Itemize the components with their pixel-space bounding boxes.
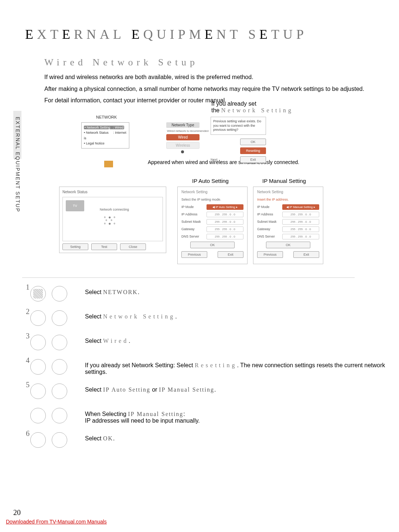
previous-setting-dialog: Previous setting value exists. Do you wa… [211, 117, 266, 165]
test-button[interactable]: Test [91, 243, 117, 250]
subnet-field[interactable]: 255 . 255 . 0 . 0 [207, 219, 243, 225]
highlight-block-icon [104, 161, 113, 167]
network-status-title: Network Status [62, 190, 163, 194]
setting-button[interactable]: Setting [62, 243, 88, 250]
intro-line-3: For detail information, contact your int… [44, 96, 375, 105]
tv-icon: TV [66, 200, 84, 211]
ok-button[interactable]: OK [240, 139, 266, 145]
network-panel-title: NETWORK [96, 115, 192, 119]
ip-manual-label: IP Manual Setting [262, 178, 306, 184]
page-number: 20 [13, 508, 21, 517]
section-title: Wired Network Setup [44, 57, 375, 68]
ip-address-field[interactable]: 255 . 255 . 0 . 0 [282, 212, 319, 217]
footer-source-link[interactable]: Downloaded From TV-Manual.com Manuals [6, 519, 107, 525]
step-1: 1 Select NETWORK. [26, 285, 399, 307]
ip-manual-panel: Network Setting Insert the IP address. I… [253, 187, 323, 264]
next-label: Next [211, 158, 218, 161]
exit-button[interactable]: Exit [293, 251, 319, 258]
step-4: 4 If you already set Network Setting: Se… [26, 358, 399, 380]
side-vertical-label: EXTERNAL EQUIPMENT SETUP [15, 117, 21, 212]
gateway-field[interactable]: 255 . 255 . 0 . 0 [282, 226, 319, 232]
already-set-note: If you already set the Network Setting [211, 100, 293, 114]
divider [22, 277, 355, 278]
steps-list: 1 Select NETWORK. 2 Select Network Setti… [26, 285, 399, 453]
previous-button[interactable]: Previous [257, 251, 283, 258]
step-3: 3 Select Wired. [26, 334, 399, 355]
resetting-button[interactable]: Resetting [240, 147, 266, 154]
step-5b: When Selecting IP Manual Setting:IP addr… [26, 407, 399, 429]
subnet-field[interactable]: 255 . 255 . 0 . 0 [282, 219, 319, 225]
ip-auto-label: IP Auto Setting [192, 178, 229, 184]
previous-setting-text: Previous setting value exists. Do you wa… [211, 117, 266, 135]
network-status-panel: Network Status TV Network connecting ∘ ●… [59, 187, 166, 253]
ip-mode-select[interactable]: ◀ IP Manual Setting ▸ [282, 204, 319, 210]
connecting-text: Network connecting [100, 208, 129, 211]
remote-menu-icon [33, 289, 43, 299]
intro-line-2: After making a physical connection, a sm… [44, 85, 375, 93]
exit-button[interactable]: Exit [240, 156, 266, 163]
connecting-dots-icon: ∘ ● ∘ ∘ ∘∘ ● ∘ [103, 216, 116, 225]
network-panel: NETWORK • Network Setting : Wired • Netw… [81, 115, 192, 167]
dns-field[interactable]: 255 . 255 . 0 . 0 [207, 234, 243, 239]
ip-mode-select[interactable]: ◀ IP Auto Setting ▸ [207, 204, 243, 210]
previous-button[interactable]: Previous [181, 251, 207, 258]
wired-button[interactable]: Wired [166, 134, 200, 140]
gateway-field[interactable]: 255 . 255 . 0 . 0 [207, 226, 243, 232]
page-title: EXTERNAL EQUIPMENT SETUP [25, 27, 375, 42]
ok-button[interactable]: OK [266, 242, 310, 248]
dns-field[interactable]: 255 . 255 . 0 . 0 [282, 234, 319, 239]
panel-subtitle: Insert the IP address. [257, 198, 319, 201]
ip-auto-panel: Network Setting Select the IP setting mo… [177, 187, 248, 264]
close-button[interactable]: Close [120, 243, 146, 250]
panel-title: Network Setting [181, 190, 243, 194]
ip-address-field[interactable]: 255 . 255 . 0 . 0 [207, 212, 243, 217]
panel-title: Network Setting [257, 190, 319, 194]
network-menu-list: • Network Setting : Wired • Network Stat… [81, 122, 129, 149]
step-2: 2 Select Network Setting. [26, 310, 399, 331]
intro-line-1: If wired and wireless networks are both … [44, 73, 375, 81]
panel-subtitle: Select the IP setting mode. [181, 198, 243, 201]
wireless-button[interactable]: Wireless [166, 142, 200, 149]
step-5: 5 Select IP Auto Setting or IP Manual Se… [26, 383, 399, 404]
network-type-label: Network Type [166, 122, 200, 128]
ok-button[interactable]: OK [190, 242, 235, 248]
exit-button[interactable]: Exit [218, 251, 243, 258]
step-6: 6 Select OK. [26, 432, 399, 453]
selection-indicator-icon [181, 150, 184, 153]
